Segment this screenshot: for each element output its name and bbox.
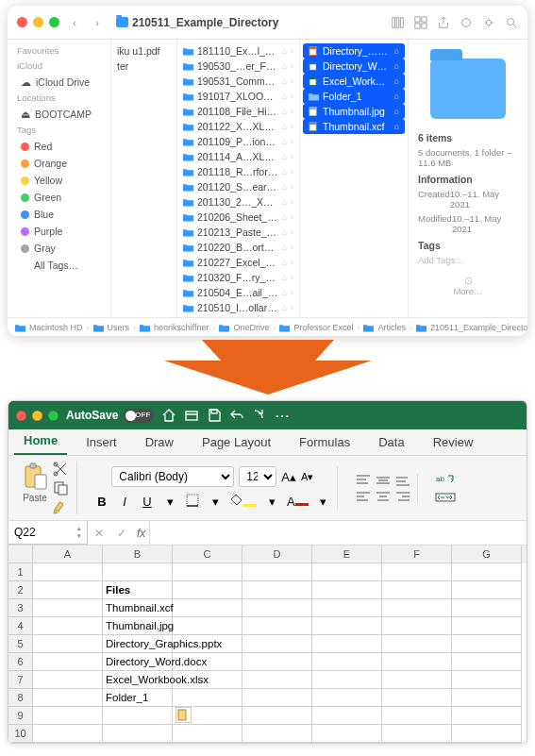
- cell[interactable]: [452, 617, 522, 635]
- underline-dropdown[interactable]: ▾: [162, 495, 177, 509]
- file-row[interactable]: 210320_F…ry_Emojie⌂›: [177, 270, 299, 285]
- file-row[interactable]: 190530_…er_Format⌂›: [177, 59, 299, 74]
- cell[interactable]: [33, 653, 103, 671]
- row-header[interactable]: 7: [8, 671, 33, 689]
- cut-icon[interactable]: [52, 462, 71, 477]
- file-row[interactable]: 201130_2…_XLOOKUP⌂›: [177, 194, 299, 210]
- path-segment[interactable]: Articles: [377, 323, 406, 332]
- shrink-font[interactable]: A▾: [301, 471, 313, 483]
- cell[interactable]: Folder_1: [103, 689, 173, 707]
- border-dropdown[interactable]: ▾: [208, 495, 223, 509]
- cell[interactable]: Files: [103, 581, 173, 599]
- namebox-stepper[interactable]: ▴▾: [77, 525, 81, 540]
- enter-formula-icon[interactable]: ✓: [110, 527, 133, 540]
- row-header[interactable]: 3: [8, 599, 33, 617]
- border-button[interactable]: [185, 494, 200, 510]
- cell[interactable]: [382, 617, 452, 635]
- cell[interactable]: [312, 617, 382, 635]
- bold-button[interactable]: B: [94, 495, 109, 509]
- file-row[interactable]: 201122_X…XLOOKUP⌂›: [177, 119, 299, 134]
- file-row[interactable]: 190531_Comments⌂›: [177, 74, 299, 89]
- cancel-formula-icon[interactable]: ✕: [88, 527, 110, 540]
- file-row[interactable]: 210511_Copy_Again⌂›: [177, 315, 299, 317]
- column-header[interactable]: E: [312, 546, 382, 563]
- cell[interactable]: [312, 599, 382, 617]
- sidebar-item[interactable]: Green: [11, 189, 107, 206]
- column-header[interactable]: B: [103, 546, 173, 563]
- merge-cells[interactable]: [435, 491, 456, 504]
- file-row[interactable]: Directory_Word.docx⌂: [303, 59, 405, 74]
- cell[interactable]: [33, 689, 103, 707]
- cell[interactable]: [312, 635, 382, 653]
- tab-insert[interactable]: Insert: [76, 431, 126, 455]
- open-icon[interactable]: [184, 408, 199, 423]
- file-row[interactable]: 181110_Ex…l_Training⌂›: [177, 43, 299, 59]
- file-row[interactable]: 201120_S…eart_Rate⌂›: [177, 179, 299, 194]
- row-header[interactable]: 6: [8, 653, 33, 671]
- row-header[interactable]: 4: [8, 617, 33, 635]
- cell[interactable]: [242, 563, 312, 581]
- file-row[interactable]: 210206_Sheet_Name⌂›: [177, 210, 299, 225]
- sidebar-item[interactable]: ⏏︎BOOTCAMP: [11, 106, 107, 123]
- cell[interactable]: [242, 707, 312, 725]
- cell[interactable]: [382, 653, 452, 671]
- name-box[interactable]: Q22 ▴▾: [8, 521, 88, 545]
- cell[interactable]: [103, 563, 173, 581]
- cell[interactable]: [173, 689, 242, 707]
- sidebar-item[interactable]: Orange: [11, 155, 107, 172]
- cell[interactable]: [452, 653, 522, 671]
- cell[interactable]: [33, 725, 103, 743]
- file-row[interactable]: 201109_P…ion_Mode⌂›: [177, 134, 299, 149]
- file-row[interactable]: Thumbnail.jpg⌂: [303, 104, 405, 119]
- tab-home[interactable]: Home: [14, 429, 67, 455]
- row-header[interactable]: 5: [8, 635, 33, 653]
- align-bottom[interactable]: [394, 474, 411, 487]
- cell[interactable]: [173, 563, 242, 581]
- file-row[interactable]: 201118_R…rformance⌂›: [177, 164, 299, 179]
- cell[interactable]: [312, 563, 382, 581]
- file-row[interactable]: Thumbnail.xcf⌂: [303, 119, 405, 134]
- tab-formulas[interactable]: Formulas: [290, 431, 359, 455]
- tab-data[interactable]: Data: [369, 431, 413, 455]
- fill-dropdown[interactable]: ▾: [264, 495, 279, 509]
- window-traffic-lights[interactable]: [17, 17, 59, 27]
- paste-options-icon[interactable]: [176, 707, 192, 723]
- tag-icon[interactable]: [460, 16, 473, 29]
- sidebar-item[interactable]: Yellow: [11, 172, 107, 189]
- file-row[interactable]: 210220_B…ort_Table⌂›: [177, 240, 299, 255]
- path-segment[interactable]: Macintosh HD: [29, 323, 83, 332]
- file-row[interactable]: 191017_XLOOKUP⌂›: [177, 89, 299, 104]
- tab-draw[interactable]: Draw: [136, 431, 183, 455]
- cell[interactable]: [173, 617, 242, 635]
- share-icon[interactable]: [437, 16, 450, 29]
- sidebar-item[interactable]: All Tags…: [11, 257, 107, 274]
- cell[interactable]: [452, 671, 522, 689]
- tab-page-layout[interactable]: Page Layout: [192, 431, 280, 455]
- align-left[interactable]: [355, 490, 372, 503]
- cell[interactable]: [103, 725, 173, 743]
- undo-icon[interactable]: [229, 408, 244, 423]
- font-color-dropdown[interactable]: ▾: [316, 495, 331, 509]
- fx-icon[interactable]: fx: [133, 527, 149, 540]
- cell[interactable]: Thumbnail.jpg: [103, 617, 173, 635]
- file-row[interactable]: 210510_I…ollar_Signs⌂›: [177, 300, 299, 315]
- file-row[interactable]: 201108_File_Hidden⌂›: [177, 104, 299, 119]
- cell[interactable]: [312, 689, 382, 707]
- file-row[interactable]: iku u1.pdf: [111, 43, 176, 59]
- cell[interactable]: [33, 635, 103, 653]
- cell[interactable]: Directory_Graphics.pptx: [103, 635, 173, 653]
- cell[interactable]: [33, 563, 103, 581]
- redo-icon[interactable]: [252, 408, 267, 423]
- cell[interactable]: [242, 653, 312, 671]
- window-traffic-lights[interactable]: [16, 411, 59, 421]
- cell[interactable]: [173, 653, 242, 671]
- fill-color-button[interactable]: [230, 494, 257, 510]
- action-icon[interactable]: [482, 16, 495, 29]
- row-header[interactable]: 1: [8, 563, 33, 581]
- sidebar-item[interactable]: Gray: [11, 240, 107, 257]
- row-header[interactable]: 9: [8, 707, 33, 725]
- cell[interactable]: [452, 707, 522, 725]
- cell[interactable]: [382, 635, 452, 653]
- file-row[interactable]: Folder_1⌂: [303, 89, 405, 104]
- forward-button[interactable]: ›: [90, 15, 105, 30]
